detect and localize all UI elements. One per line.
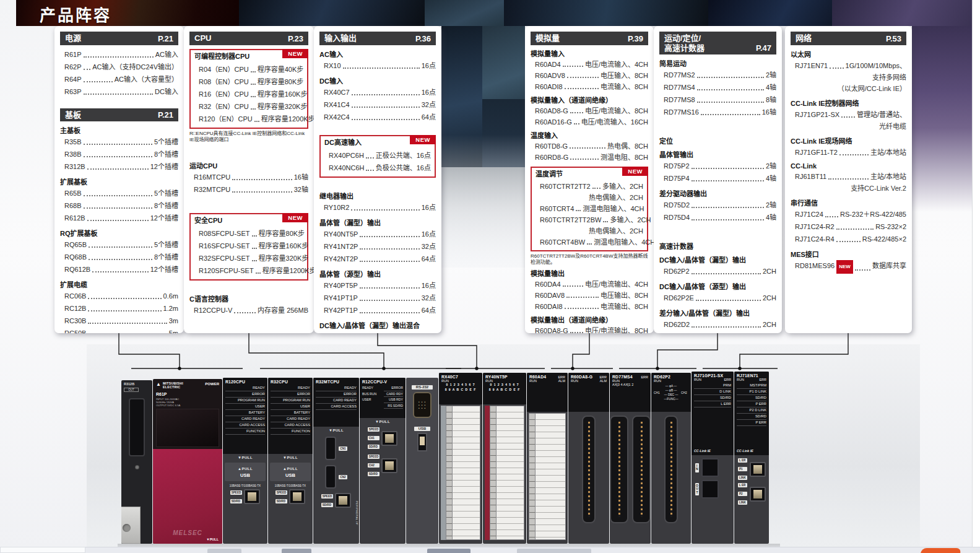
- item-spec-continued: 热电偶输入、2CH: [536, 225, 643, 237]
- item-name: RJ71C24-R2: [795, 220, 835, 233]
- item-name: RD75D2: [664, 199, 690, 211]
- item-name: R60TCTRT2TT2BW: [540, 214, 601, 225]
- module-rd77ms4: RD77MS4ERRRUNAX[3 4 AX[1 2: [610, 373, 651, 544]
- dotted-leader: [252, 248, 257, 249]
- module-ry40nt5p: RY40NT5PRUN0 1 2 3 4 5 6 78 9 A B C D E …: [483, 373, 526, 544]
- item-spec: 数据库共享: [872, 259, 906, 272]
- cn-connector[interactable]: [325, 437, 336, 460]
- section-title-line: 网络: [796, 33, 812, 43]
- io-connector[interactable]: [582, 416, 596, 523]
- cn-tag: CN1: [339, 446, 347, 451]
- spec-line: OUTPUT 5VDC 6.5A: [156, 404, 219, 407]
- product-item: R60RD8-G测温电阻、8CH: [531, 152, 648, 163]
- product-item: RJ71C24-R2RS-232×2: [791, 220, 906, 233]
- subsection-heading: 温度输入: [531, 130, 648, 140]
- ethernet-port[interactable]: [335, 493, 351, 508]
- terminal-block[interactable]: [490, 406, 524, 540]
- power-label: POWER: [205, 382, 219, 386]
- connector-io: [378, 333, 477, 368]
- product-item: RD62P22CH: [659, 265, 776, 277]
- led-label: READY: [225, 385, 265, 391]
- led-label: CARD ACCESS: [225, 422, 265, 429]
- phase-led-label: —FUNC—: [661, 397, 681, 401]
- module-name: R312B: [121, 380, 152, 386]
- item-spec: 程序容量1200K步: [261, 113, 314, 125]
- item-spec: 主站/本地站: [870, 146, 906, 159]
- terminal-screws: [529, 414, 536, 539]
- dotted-leader: [232, 179, 292, 180]
- toolbar-button[interactable]: [282, 549, 311, 553]
- subsection-heading: 定位: [659, 136, 776, 146]
- spacer: [319, 179, 436, 187]
- card-slot-cover: ▲PULLUSB: [270, 463, 311, 481]
- io-connector[interactable]: [632, 416, 651, 523]
- subsection-heading: 高速计数器: [659, 241, 776, 251]
- dotted-leader: [360, 261, 419, 262]
- dotted-leader: [251, 84, 256, 85]
- item-spec: 电压输入、8CH: [601, 70, 648, 81]
- io-connector[interactable]: [664, 416, 678, 523]
- section-header-bar: 基板P.21: [60, 108, 178, 122]
- item-spec: 16点: [422, 59, 436, 72]
- item-name: RY41NT2P: [324, 240, 358, 253]
- usb-port[interactable]: [417, 433, 427, 451]
- item-name: RJ71EN71: [795, 59, 828, 72]
- item-name: R65B: [64, 187, 82, 199]
- io-hex-row: 0 1 2 3 4 5 6 7: [441, 383, 480, 388]
- serial-db9-connector[interactable]: • • •• • •• • •: [413, 392, 431, 418]
- ethernet-port[interactable]: [750, 487, 766, 502]
- item-name: RD77MS8: [664, 94, 695, 106]
- led-label: PROGRAM RUN: [271, 398, 310, 404]
- item-spec: 测温电阻、8CH: [601, 152, 648, 163]
- port-tag: SPEED: [368, 455, 380, 459]
- cn-connector-row: CN2: [313, 465, 359, 489]
- ethernet-port-row: SPEEDSD/RD: [268, 489, 313, 504]
- port-tag: SPEED: [275, 490, 288, 495]
- item-spec: 程序容量320K步: [259, 252, 309, 264]
- ethernet-port[interactable]: [381, 431, 397, 446]
- toolbar-button[interactable]: [427, 549, 470, 553]
- rs232-tag: RS-232: [412, 385, 433, 390]
- module-name: RD77MS4: [612, 375, 633, 379]
- dotted-leader: [592, 188, 601, 189]
- spacer: [189, 196, 308, 209]
- item-name: R08（EN）CPU: [199, 76, 249, 88]
- io-connector[interactable]: [610, 416, 628, 523]
- new-badge: NEW: [622, 167, 648, 176]
- run-led-label: RUN: [654, 379, 688, 383]
- port-tag: L ER: [738, 483, 747, 487]
- cn-connector[interactable]: [325, 465, 336, 489]
- section-header-bar: 电源P.21: [60, 32, 178, 45]
- item-spec: 4轴: [766, 81, 776, 94]
- toolbar-button[interactable]: [207, 549, 241, 553]
- terminal-block[interactable]: [446, 406, 480, 540]
- channel-tag: CH1: [368, 436, 380, 440]
- module-rj71en71: RJ71EN71RUNERRMST/PRMP1 D LINKSD/RDP ERR…: [734, 372, 769, 544]
- ethernet-port[interactable]: [289, 489, 305, 504]
- module-head: RD77MS4ERRRUNAX[3 4 AX[1 2: [610, 373, 651, 412]
- dotted-leader: [232, 191, 292, 193]
- item-spec: 1G/100M/10Mbps、: [846, 59, 906, 72]
- fiber-port[interactable]: [701, 480, 719, 499]
- item-spec: 电压/电流输入、16CH: [581, 116, 648, 128]
- run-led-label: RUN: [529, 379, 537, 383]
- product-item: R16（EN）CPU程序容量160K步: [194, 88, 303, 100]
- ethernet-port-row: SPEEDCH1SD/RD: [360, 427, 405, 449]
- fiber-port[interactable]: [701, 458, 719, 477]
- port-tag: L ER: [738, 458, 747, 463]
- item-name: RY42NT2P: [324, 253, 358, 265]
- item-name: R312B: [64, 160, 85, 173]
- toolbar-button[interactable]: [517, 549, 591, 553]
- product-item: RY42NT2P64点: [319, 253, 436, 265]
- ethernet-port[interactable]: [244, 489, 260, 504]
- led-row: RUNALM: [529, 379, 565, 383]
- item-spec: 64点: [422, 253, 436, 265]
- new-badge: NEW: [836, 260, 853, 274]
- ethernet-port[interactable]: [750, 462, 766, 477]
- item-name: R12CCPU-V: [194, 304, 232, 316]
- module-head: R12CCPU-VREADYERRORBUS RUNCARD RDYUSERUS…: [360, 378, 405, 418]
- terminal-block[interactable]: [529, 413, 566, 540]
- item-spec: 5个插槽: [154, 238, 178, 251]
- item-name: RD62D2: [664, 318, 690, 331]
- ethernet-port[interactable]: [381, 458, 397, 473]
